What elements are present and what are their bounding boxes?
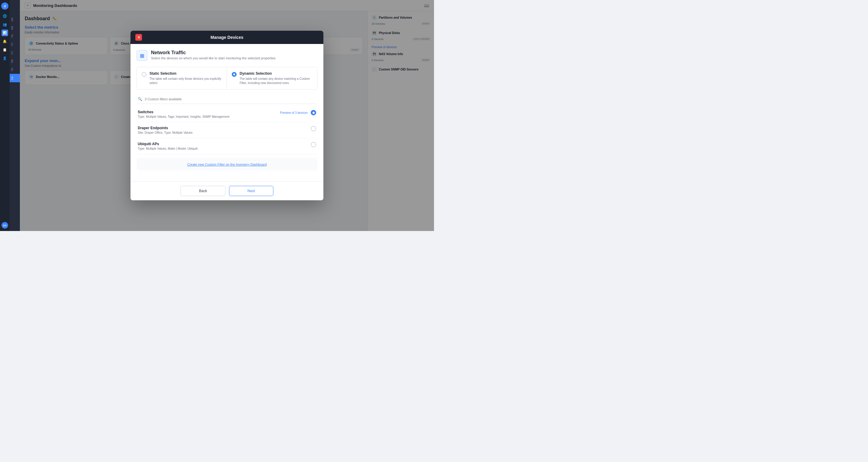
static-radio[interactable] [142, 72, 147, 77]
dynamic-label: Dynamic Selection [240, 71, 312, 75]
manage-devices-modal: ✕ Manage Devices ▦ Network Traffic Selec… [130, 31, 323, 200]
nav-label-td[interactable]: TD [10, 65, 20, 74]
draper-desc: Site: Draper Office, Type: Multiple Valu… [138, 131, 311, 134]
sidebar-icon-bell[interactable]: 🔔 [1, 38, 8, 44]
create-filter-link[interactable]: Create new Custom Filter on the Inventor… [187, 163, 267, 166]
ubiquiti-desc: Type: Multiple Values, Make | Model: Ubi… [138, 147, 311, 150]
modal-footer: Back Next [130, 181, 323, 200]
modal-network-traffic-title: Network Traffic [151, 50, 276, 56]
modal-header: ✕ Manage Devices [130, 31, 323, 44]
modal-title: Manage Devices [211, 35, 244, 40]
nav-labels: DE RE TE TC CT TM TD DA [10, 0, 20, 231]
filter-item-draper[interactable]: Draper Endpoints Site: Draper Office, Ty… [136, 122, 317, 138]
draper-name: Draper Endpoints [138, 126, 311, 130]
ubiquiti-right [311, 142, 316, 147]
sidebar-icon-list[interactable]: 📋 [1, 46, 8, 53]
create-filter-section: Create new Custom Filter on the Inventor… [136, 158, 317, 170]
nav-label-re[interactable]: RE [10, 24, 20, 32]
nav-label-ct[interactable]: CT [10, 48, 20, 57]
ubiquiti-radio[interactable] [311, 142, 316, 147]
sidebar-logo[interactable]: d [1, 2, 8, 10]
filter-item-switches[interactable]: Switches Type: Multiple Values, Tags: Im… [136, 106, 317, 122]
sidebar-icon-group[interactable]: 👥 [1, 21, 8, 28]
static-selection-option[interactable]: Static Selection The table will contain … [137, 67, 227, 90]
back-button[interactable]: Back [181, 186, 225, 196]
draper-right [311, 126, 316, 131]
static-text: Static Selection The table will contain … [150, 71, 222, 85]
static-label: Static Selection [150, 71, 222, 75]
modal-network-traffic-desc: Select the devices on which you would li… [151, 56, 276, 60]
static-desc: The table will contain only those device… [150, 77, 222, 85]
filter-list: Switches Type: Multiple Values, Tags: Im… [136, 106, 317, 154]
dynamic-radio[interactable] [232, 72, 237, 77]
nav-label-te[interactable]: TE [10, 32, 20, 40]
main-content: + Monitoring Dashboards 📖 Dashboard ✏️ S… [20, 0, 434, 231]
filter-item-ubiquiti[interactable]: Ubiquiti APs Type: Multiple Values, Make… [136, 138, 317, 154]
nav-label-tc[interactable]: TC [10, 40, 20, 48]
sidebar-icon-chart[interactable]: 📊 [1, 30, 8, 36]
filter-search-bar: 🔍 [136, 95, 317, 104]
next-button[interactable]: Next [229, 186, 273, 196]
switches-right: Preview of 3 devices [280, 110, 316, 116]
nav-label-da[interactable]: DA [10, 74, 20, 82]
switches-name: Switches [138, 110, 280, 114]
sidebar-icon-globe[interactable]: 🌐 [1, 13, 8, 19]
ubiquiti-info: Ubiquiti APs Type: Multiple Values, Make… [138, 142, 311, 150]
sidebar: d 🌐 👥 📊 🔔 📋 👤 DA [0, 0, 10, 231]
app-shell: d 🌐 👥 📊 🔔 📋 👤 DA DE RE TE TC CT TM TD DA… [0, 0, 434, 231]
modal-subtitle-section: ▦ Network Traffic Select the devices on … [136, 50, 317, 61]
draper-radio[interactable] [311, 126, 316, 131]
search-icon: 🔍 [138, 97, 142, 101]
draper-info: Draper Endpoints Site: Draper Office, Ty… [138, 126, 311, 134]
dynamic-selection-option[interactable]: Dynamic Selection The table will contain… [227, 67, 317, 90]
sidebar-icon-user[interactable]: 👤 [1, 55, 8, 61]
modal-subtitle-icon: ▦ [136, 50, 147, 61]
modal-overlay: ✕ Manage Devices ▦ Network Traffic Selec… [20, 0, 434, 231]
nav-label-tm[interactable]: TM [10, 57, 20, 66]
modal-close-button[interactable]: ✕ [135, 34, 142, 41]
nav-label-de[interactable]: DE [10, 15, 20, 24]
switches-desc: Type: Multiple Values, Tags: Important, … [138, 115, 280, 118]
ubiquiti-name: Ubiquiti APs [138, 142, 311, 146]
filter-search-input[interactable] [145, 97, 316, 101]
switches-preview-link[interactable]: Preview of 3 devices [280, 111, 308, 114]
switches-radio[interactable] [311, 110, 316, 116]
switches-info: Switches Type: Multiple Values, Tags: Im… [138, 110, 280, 118]
dynamic-desc: The table will contain any device matchi… [240, 77, 312, 85]
modal-subtitle-text: Network Traffic Select the devices on wh… [151, 50, 276, 60]
sidebar-avatar[interactable]: DA [1, 222, 8, 229]
dynamic-text: Dynamic Selection The table will contain… [240, 71, 312, 85]
modal-body: ▦ Network Traffic Select the devices on … [130, 44, 323, 181]
selection-types-container: Static Selection The table will contain … [136, 67, 317, 90]
